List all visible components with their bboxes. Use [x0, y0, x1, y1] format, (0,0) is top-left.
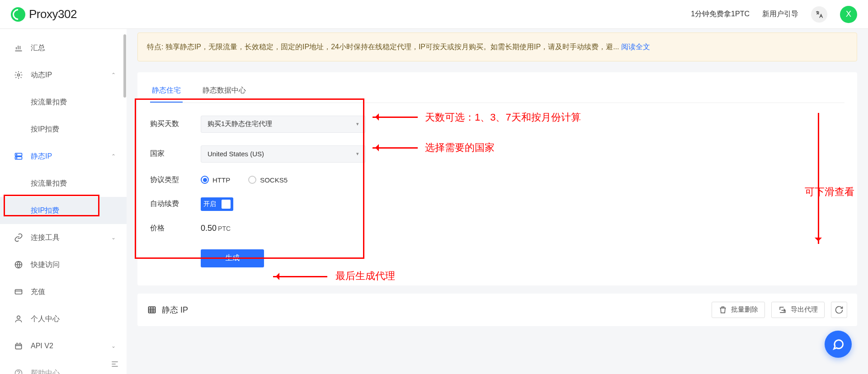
table-title: 静态 IP — [147, 304, 188, 315]
avatar[interactable]: X — [840, 6, 857, 23]
notice-banner: 特点: 独享静态IP，无限流量，长效稳定，固定的IP地址，24小时保持在线稳定代… — [137, 33, 857, 61]
tabs: 静态住宅 静态数据中心 — [150, 81, 844, 103]
annotation-scroll: 可下滑查看 — [805, 185, 854, 199]
sidebar-scrollbar[interactable] — [123, 34, 127, 374]
logo[interactable]: Proxy302 — [11, 7, 77, 22]
label-auto-renew: 自动续费 — [150, 199, 190, 209]
nav-quick-access[interactable]: 快捷访问 — [0, 251, 127, 278]
nav-dynamic-by-ip[interactable]: 按IP扣费 — [0, 116, 127, 143]
sidebar: 汇总 动态IP ⌃ 按流量扣费 按IP扣费 静态IP ⌃ 按流量扣费 按IP扣费… — [0, 29, 127, 374]
price-unit: PTC — [218, 225, 231, 232]
radio-icon — [248, 176, 256, 184]
translate-button[interactable] — [811, 6, 827, 23]
chevron-up-icon: ⌃ — [111, 153, 116, 159]
chevron-down-icon: ▾ — [356, 151, 359, 157]
svg-point-0 — [18, 74, 20, 76]
translate-icon — [815, 10, 824, 19]
select-country[interactable]: United States (US) ▾ — [201, 145, 366, 163]
label-purchase-days: 购买天数 — [150, 119, 190, 129]
nav-static-by-traffic[interactable]: 按流量扣费 — [0, 170, 127, 197]
header-actions: 1分钟免费拿1PTC 新用户引导 X — [691, 6, 857, 23]
user-icon — [14, 314, 24, 324]
row-purchase-days: 购买天数 购买1天静态住宅代理 ▾ — [150, 116, 844, 133]
price-value: 0.50 — [201, 224, 217, 233]
nav-profile[interactable]: 个人中心 — [0, 305, 127, 332]
toggle-auto-renew[interactable]: 开启 — [201, 197, 233, 211]
nav-static-ip[interactable]: 静态IP ⌃ — [0, 143, 127, 170]
nav-api-v2[interactable]: API V2 ⌄ — [0, 332, 127, 360]
collapse-icon — [110, 360, 119, 369]
card-icon — [14, 287, 24, 297]
trash-icon — [718, 305, 727, 314]
label-price: 价格 — [150, 224, 190, 233]
tab-static-residential[interactable]: 静态住宅 — [150, 81, 183, 103]
label-protocol: 协议类型 — [150, 175, 190, 185]
notice-read-more-link[interactable]: 阅读全文 — [621, 43, 650, 51]
sidebar-collapse-button[interactable] — [108, 358, 121, 370]
link-free-ptc[interactable]: 1分钟免费拿1PTC — [691, 9, 750, 19]
chart-icon — [14, 43, 24, 53]
header: Proxy302 1分钟免费拿1PTC 新用户引导 X — [0, 0, 868, 29]
annotation-arrow — [373, 117, 418, 118]
radio-socks5[interactable]: SOCKS5 — [248, 176, 288, 184]
nav-recharge[interactable]: 充值 — [0, 278, 127, 305]
export-button[interactable]: 导出代理 — [771, 302, 825, 318]
table-icon — [147, 305, 156, 314]
chat-icon — [832, 338, 844, 351]
config-card: 静态住宅 静态数据中心 购买天数 购买1天静态住宅代理 ▾ 国家 United … — [137, 72, 857, 285]
server-icon — [14, 151, 24, 161]
chevron-up-icon: ⌃ — [111, 72, 116, 78]
chevron-down-icon: ⌄ — [111, 343, 116, 349]
row-price: 价格 0.50PTC — [150, 224, 844, 233]
annotation-arrow — [373, 147, 418, 149]
notice-prefix: 特点: — [147, 43, 165, 51]
generate-button[interactable]: 生成 — [201, 249, 264, 267]
link-user-guide[interactable]: 新用户引导 — [762, 9, 798, 19]
nav-static-by-ip[interactable]: 按IP扣费 — [0, 197, 127, 224]
bulk-delete-button[interactable]: 批量删除 — [712, 302, 765, 318]
nav-help[interactable]: 帮助中心 — [0, 360, 127, 374]
annotation-generate: 最后生成代理 — [335, 269, 395, 283]
svg-rect-9 — [149, 307, 156, 313]
select-purchase-days[interactable]: 购买1天静态住宅代理 ▾ — [201, 116, 366, 133]
refresh-button[interactable] — [831, 302, 847, 318]
main-content: 特点: 独享静态IP，无限流量，长效稳定，固定的IP地址，24小时保持在线稳定代… — [127, 29, 868, 374]
chevron-down-icon: ⌄ — [111, 234, 116, 241]
nav-dynamic-ip[interactable]: 动态IP ⌃ — [0, 61, 127, 89]
svg-point-4 — [16, 158, 17, 159]
chevron-down-icon: ▾ — [356, 121, 359, 127]
nav-dynamic-by-traffic[interactable]: 按流量扣费 — [0, 89, 127, 116]
row-country: 国家 United States (US) ▾ — [150, 145, 844, 163]
svg-point-3 — [16, 154, 17, 155]
chat-button[interactable] — [825, 331, 852, 358]
globe-icon — [14, 260, 24, 270]
radio-http[interactable]: HTTP — [201, 176, 230, 184]
label-country: 国家 — [150, 149, 190, 159]
tab-static-datacenter[interactable]: 静态数据中心 — [201, 81, 248, 103]
ip-table-card: 静态 IP 批量删除 导出代理 — [137, 294, 857, 326]
refresh-icon — [835, 305, 844, 314]
gear-icon — [14, 70, 24, 80]
row-protocol: 协议类型 HTTP SOCKS5 — [150, 175, 844, 185]
nav-summary[interactable]: 汇总 — [0, 34, 127, 61]
svg-point-7 — [17, 316, 20, 319]
export-icon — [778, 305, 787, 314]
logo-icon — [11, 7, 25, 22]
row-auto-renew: 自动续费 开启 — [150, 197, 844, 211]
annotation-arrow-down — [818, 113, 819, 244]
logo-text: Proxy302 — [29, 7, 77, 21]
svg-rect-6 — [15, 290, 22, 294]
radio-icon — [201, 176, 209, 184]
nav-conn-tool[interactable]: 连接工具 ⌄ — [0, 224, 127, 251]
help-icon — [14, 368, 24, 374]
api-icon — [14, 341, 24, 351]
link-icon — [14, 233, 24, 243]
notice-text: 独享静态IP，无限流量，长效稳定，固定的IP地址，24小时保持在线稳定代理，IP… — [165, 43, 621, 51]
toggle-knob — [222, 200, 231, 209]
annotation-arrow — [273, 276, 327, 277]
